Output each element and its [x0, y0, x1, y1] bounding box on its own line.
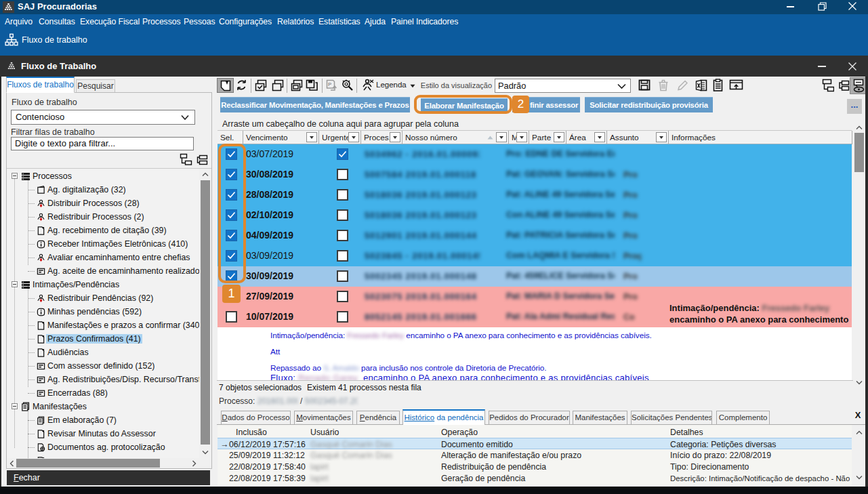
- svg-text:P: P: [328, 81, 332, 87]
